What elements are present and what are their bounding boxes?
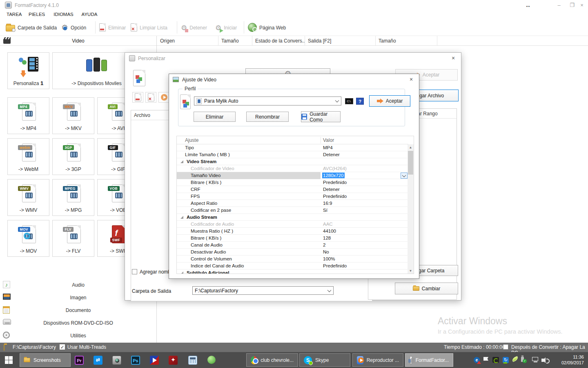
taskbar-player-icon[interactable] xyxy=(150,356,159,365)
taskbar-premiere-icon[interactable]: Pr xyxy=(75,356,84,365)
taskbar-window-wmp[interactable]: Reproductor ... xyxy=(352,353,403,367)
taskbar-teamviewer-icon[interactable] xyxy=(94,356,102,365)
settings-section-subt-tulo-adicional[interactable]: Subtítulo Adicional xyxy=(177,269,408,274)
settings-section-audio-stream[interactable]: Audio Stream xyxy=(177,214,408,221)
tray-volume-icon[interactable] xyxy=(541,357,548,364)
settings-row-indice-del-canal-de-audio[interactable]: Indice del Canal de AudioPredefinido xyxy=(177,263,408,269)
help-button[interactable]: ? xyxy=(356,98,364,105)
scrollbar-thumb[interactable] xyxy=(408,151,413,175)
expand-triangle-icon[interactable] xyxy=(180,272,183,274)
restore-button[interactable]: ❐ xyxy=(568,2,577,8)
eliminar-button[interactable]: Eliminar xyxy=(194,112,236,122)
personalizar-close-icon[interactable]: × xyxy=(450,55,457,61)
taskbar-screenshots-window[interactable]: Screenshots xyxy=(20,353,71,367)
close-button[interactable]: × xyxy=(577,2,586,8)
taskbar-window-chrome[interactable]: club chevrole... xyxy=(246,353,298,367)
tray-nvidia-icon[interactable] xyxy=(492,357,499,364)
chevron-down-icon xyxy=(327,288,332,292)
menu-idiomas[interactable]: IDIOMAS xyxy=(53,12,74,17)
settings-row-canal-de-audio[interactable]: Canal de Audio2 xyxy=(177,242,408,249)
scroll-down-icon[interactable]: ▼ xyxy=(408,268,414,274)
settings-row-fps[interactable]: FPSPredefinido xyxy=(177,193,408,200)
tile-wmv[interactable]: WMV-> WMV xyxy=(7,179,49,216)
tile-3gp[interactable]: 3GP-> 3GP xyxy=(52,138,94,175)
tray-eset-icon[interactable]: e xyxy=(474,357,480,364)
remove-file-button[interactable] xyxy=(132,92,143,103)
clear-files-button[interactable]: × xyxy=(145,92,156,103)
renombrar-button[interactable]: Renombrar xyxy=(246,112,289,122)
start-button[interactable] xyxy=(5,356,13,364)
column-header-2[interactable]: Tamaño xyxy=(218,36,252,46)
toolbar-gear[interactable]: ⚙Opción xyxy=(61,22,86,34)
settings-row-tipo[interactable]: TipoMP4 xyxy=(177,144,408,151)
settings-row-codificador-de-audio[interactable]: Codificador de AudioAAC xyxy=(177,221,408,228)
taskbar-clock[interactable]: 11:36 02/09/2017 xyxy=(561,354,584,366)
settings-section-video-stream[interactable]: Video Stream xyxy=(177,158,408,165)
settings-row-bitrare-kb-s-[interactable]: Bitrare ( KB/s )128 xyxy=(177,235,408,242)
column-header-1[interactable]: Origen xyxy=(157,36,218,46)
column-header-5[interactable]: Tamaño xyxy=(376,36,437,46)
taskbar-calculator-icon[interactable] xyxy=(188,356,197,365)
value-combo-arrow[interactable] xyxy=(401,173,408,179)
settings-row-crf[interactable]: CRFDetener xyxy=(177,186,408,193)
tray-network-icon[interactable] xyxy=(532,357,539,364)
preview-play-button[interactable] xyxy=(158,92,169,103)
tile-mkv[interactable]: MKV-> MKV xyxy=(52,97,94,134)
taskbar-window-skype[interactable]: SSkype xyxy=(299,353,350,367)
selected-value[interactable]: 1280x720 xyxy=(322,173,345,178)
category-dispositivos-rom-dvd-cd-iso[interactable]: Dispositivos ROM-DVD-CD-ISO xyxy=(0,320,156,326)
taskbar-photoshop-icon[interactable]: Ps xyxy=(131,356,140,365)
menu-ayuda[interactable]: AYUDA xyxy=(82,12,98,17)
settings-scrollbar[interactable]: ▲ ▼ xyxy=(408,144,414,274)
output-path[interactable]: F:\Capturas\Factory xyxy=(13,344,56,350)
tray-sync-icon[interactable] xyxy=(503,357,509,364)
menu-pieles[interactable]: PIELES xyxy=(29,12,45,17)
tray-flag-icon[interactable] xyxy=(483,357,490,364)
chevron-down-icon xyxy=(335,99,339,103)
settings-row-codificador-de-video[interactable]: Codificador de VideoAVC(H264) xyxy=(177,165,408,172)
command-line-button[interactable]: C:\. xyxy=(345,98,353,104)
expand-triangle-icon[interactable] xyxy=(180,160,183,163)
settings-row-aspect-ratio[interactable]: Aspect Ratio16:9 xyxy=(177,200,408,207)
expand-triangle-icon[interactable] xyxy=(180,216,183,219)
tile-mp4[interactable]: MP4-> MP4 xyxy=(7,97,49,134)
column-header-4[interactable]: Salida [F2] xyxy=(305,36,376,46)
settings-row-desactivar-audio[interactable]: Desactivar AudioNo xyxy=(177,249,408,256)
ajuste-aceptar-button[interactable]: Aceptar xyxy=(369,95,410,107)
settings-row-bitrare-kb-s-[interactable]: Bitrare ( KB/s )Predefinido xyxy=(177,179,408,186)
toolbar-globe[interactable]: Página Web xyxy=(248,22,286,34)
tile-webm[interactable]: webm-> WebM xyxy=(7,138,49,175)
settings-row-l-mite-tama-o-mb-[interactable]: Límite Tamaño ( MB )Detener xyxy=(177,151,408,158)
tile-mpg[interactable]: MPEG-> MPG xyxy=(52,179,94,216)
settings-row-tama-o-video[interactable]: Tamaño Video1280x720 xyxy=(177,172,408,179)
cambiar-button[interactable]: Cambiar xyxy=(395,283,458,294)
scroll-up-icon[interactable]: ▲ xyxy=(408,144,414,150)
settings-row-codificar-en-2-pase[interactable]: Codificar en 2 paseSí xyxy=(177,207,408,214)
settings-row-control-de-volumen[interactable]: Control de Volumen100% xyxy=(177,256,408,263)
category-utilities[interactable]: Utilities xyxy=(0,333,156,339)
toolbar-label: Iniciar xyxy=(224,25,237,31)
toolbar-output-folder[interactable]: Carpeta de Salida xyxy=(6,22,57,34)
tray-leaf-icon[interactable] xyxy=(512,357,519,364)
column-header-3[interactable]: Estado de la Convers... xyxy=(252,36,305,46)
perfil-combo[interactable]: Para Mylik Auto xyxy=(194,96,341,105)
category-documento[interactable]: Documento xyxy=(0,307,156,313)
guardar-como-button[interactable]: Guardar Como xyxy=(301,111,341,122)
tile-flv[interactable]: FLV-> FLV xyxy=(52,220,94,257)
ajuste-close-icon[interactable]: × xyxy=(408,76,415,83)
settings-row-muestra-ratio-hz-[interactable]: Muestra Ratio ( HZ )44100 xyxy=(177,228,408,235)
apagar-checkbox[interactable] xyxy=(503,344,508,350)
taskbar-green-app-icon[interactable] xyxy=(207,356,216,365)
folder-icon xyxy=(24,358,30,362)
multithreads-checkbox[interactable]: ✓ xyxy=(60,344,65,350)
menu-tarea[interactable]: TAREA xyxy=(7,12,22,17)
taskbar-recorder-icon[interactable] xyxy=(112,356,121,365)
taskbar-window-formatfactory[interactable]: FormatFactor... xyxy=(405,353,453,367)
agregar-nombre-checkbox[interactable] xyxy=(132,269,137,274)
minimize-button[interactable]: – xyxy=(555,2,564,8)
tile-mov[interactable]: MOV-> MOV xyxy=(7,220,49,257)
tile-personalizar[interactable]: Personaliza 1 xyxy=(7,52,49,89)
taskbar-wand-icon[interactable] xyxy=(169,356,178,365)
carpeta-salida-combo[interactable]: F:\Capturas\Factory xyxy=(192,286,334,295)
tray-usb-icon[interactable] xyxy=(521,357,528,364)
